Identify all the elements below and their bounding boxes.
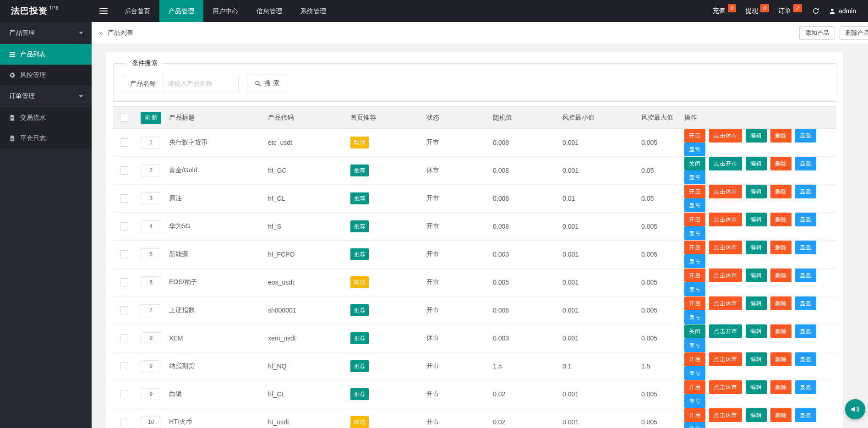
sort-input[interactable]: [141, 276, 161, 288]
recommend-badge[interactable]: 推荐: [350, 388, 369, 400]
show-profit-button[interactable]: 显盈: [795, 213, 816, 226]
disable-button[interactable]: 关闭: [684, 157, 705, 170]
row-checkbox[interactable]: [120, 166, 128, 175]
close-market-button[interactable]: 点击休市: [709, 213, 742, 226]
orders-link[interactable]: 订单 2: [774, 7, 807, 15]
row-checkbox[interactable]: [120, 362, 128, 370]
recommend-badge[interactable]: 推荐: [350, 220, 369, 232]
show-loss-button[interactable]: 显亏: [684, 254, 705, 268]
row-checkbox[interactable]: [120, 334, 128, 342]
enable-button[interactable]: 开启: [684, 269, 705, 282]
edit-button[interactable]: 编辑: [746, 241, 767, 254]
row-checkbox[interactable]: [120, 418, 128, 426]
user-menu[interactable]: admin: [825, 7, 860, 15]
enable-button[interactable]: 开启: [684, 408, 705, 422]
show-profit-button[interactable]: 显盈: [795, 352, 816, 366]
sort-input[interactable]: [141, 416, 161, 428]
sort-input[interactable]: [141, 137, 161, 148]
hamburger-icon[interactable]: [92, 0, 115, 22]
sidebar-group-order-management[interactable]: 订单管理: [0, 85, 92, 107]
row-checkbox[interactable]: [120, 222, 128, 230]
nav-item-product-management[interactable]: 产品管理: [159, 0, 203, 22]
show-profit-button[interactable]: 显盈: [795, 269, 816, 282]
show-loss-button[interactable]: 显亏: [684, 143, 705, 156]
search-button[interactable]: 搜 索: [247, 75, 287, 92]
delete-button[interactable]: 删除: [770, 213, 792, 226]
close-market-button[interactable]: 点击休市: [709, 380, 742, 394]
enable-button[interactable]: 开启: [684, 213, 705, 226]
close-market-button[interactable]: 点击休市: [709, 129, 742, 143]
row-checkbox[interactable]: [120, 250, 128, 258]
enable-button[interactable]: 开启: [684, 185, 705, 198]
cancel-recommend-badge[interactable]: 取消: [350, 416, 369, 428]
sidebar-group-product-management[interactable]: 产品管理: [0, 22, 92, 44]
show-profit-button[interactable]: 显盈: [795, 380, 816, 394]
show-profit-button[interactable]: 显盈: [795, 296, 816, 310]
edit-button[interactable]: 编辑: [746, 380, 767, 394]
delete-button[interactable]: 删除: [770, 296, 792, 310]
recommend-badge[interactable]: 推荐: [350, 360, 369, 372]
show-profit-button[interactable]: 显盈: [795, 324, 816, 338]
sort-input[interactable]: [141, 332, 161, 344]
enable-button[interactable]: 开启: [684, 129, 705, 143]
refresh-icon[interactable]: [807, 7, 825, 15]
withdraw-link[interactable]: 提现 0: [741, 7, 774, 15]
sort-input[interactable]: [141, 304, 161, 316]
delete-button[interactable]: 删除: [770, 269, 792, 282]
sort-input[interactable]: [141, 165, 161, 176]
edit-button[interactable]: 编辑: [746, 408, 767, 422]
show-profit-button[interactable]: 显盈: [795, 157, 816, 170]
row-checkbox[interactable]: [120, 194, 128, 203]
delete-button[interactable]: 删除: [770, 380, 792, 394]
open-market-button[interactable]: 点击开市: [709, 157, 742, 170]
delete-button[interactable]: 删除: [770, 324, 792, 338]
enable-button[interactable]: 开启: [684, 241, 705, 254]
sound-fab[interactable]: [845, 399, 865, 419]
show-profit-button[interactable]: 显盈: [795, 129, 816, 143]
edit-button[interactable]: 编辑: [746, 352, 767, 366]
cancel-recommend-badge[interactable]: 取消: [350, 276, 369, 288]
sort-input[interactable]: [141, 388, 161, 400]
show-profit-button[interactable]: 显盈: [795, 185, 816, 198]
edit-button[interactable]: 编辑: [746, 269, 767, 282]
delete-button[interactable]: 删除: [770, 241, 792, 254]
recharge-link[interactable]: 充值 0: [708, 7, 741, 15]
recommend-badge[interactable]: 推荐: [350, 332, 369, 344]
nav-item-system-management[interactable]: 系统管理: [291, 0, 335, 22]
show-loss-button[interactable]: 显亏: [684, 394, 705, 408]
row-checkbox[interactable]: [120, 306, 128, 314]
recommend-badge[interactable]: 推荐: [350, 165, 369, 176]
sidebar-item-product-list[interactable]: 产品列表: [0, 44, 92, 65]
sidebar-item-close-log[interactable]: 平仓日志: [0, 128, 92, 148]
recommend-badge[interactable]: 推荐: [350, 192, 369, 204]
disable-button[interactable]: 关闭: [684, 324, 705, 338]
row-checkbox[interactable]: [120, 390, 128, 398]
sort-input[interactable]: [141, 248, 161, 260]
delete-button[interactable]: 删除: [770, 185, 792, 198]
delete-button[interactable]: 删除: [770, 408, 792, 422]
row-checkbox[interactable]: [120, 278, 128, 286]
show-loss-button[interactable]: 显亏: [684, 422, 705, 428]
edit-button[interactable]: 编辑: [746, 129, 767, 143]
delete-button[interactable]: 删除: [770, 352, 792, 366]
show-profit-button[interactable]: 显盈: [795, 408, 816, 422]
show-profit-button[interactable]: 显盈: [795, 241, 816, 254]
enable-button[interactable]: 开启: [684, 296, 705, 310]
close-market-button[interactable]: 点击休市: [709, 296, 742, 310]
close-market-button[interactable]: 点击休市: [709, 352, 742, 366]
edit-button[interactable]: 编辑: [746, 296, 767, 310]
select-all-checkbox[interactable]: [120, 114, 128, 122]
sort-input[interactable]: [141, 192, 161, 204]
sidebar-item-risk-management[interactable]: 风控管理: [0, 65, 92, 85]
edit-button[interactable]: 编辑: [746, 185, 767, 198]
row-checkbox[interactable]: [120, 138, 128, 147]
recommend-badge[interactable]: 推荐: [350, 304, 369, 316]
refresh-button[interactable]: 刷 新: [141, 112, 161, 124]
show-loss-button[interactable]: 显亏: [684, 170, 705, 184]
open-market-button[interactable]: 点击开市: [709, 324, 742, 338]
recommend-badge[interactable]: 推荐: [350, 248, 369, 260]
nav-item-dashboard[interactable]: 后台首页: [115, 0, 159, 22]
close-market-button[interactable]: 点击休市: [709, 408, 742, 422]
cancel-recommend-badge[interactable]: 取消: [350, 137, 369, 148]
show-loss-button[interactable]: 显亏: [684, 226, 705, 240]
